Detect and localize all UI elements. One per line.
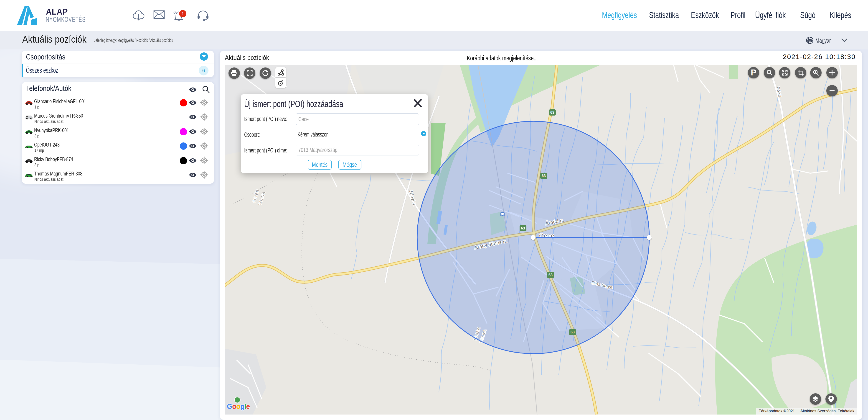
svg-text:Cece: Cece bbox=[539, 232, 555, 239]
svg-text:63: 63 bbox=[549, 273, 553, 277]
svg-text:1: 1 bbox=[182, 11, 184, 16]
svg-text:63: 63 bbox=[570, 330, 575, 334]
svg-text:63: 63 bbox=[541, 174, 546, 178]
svg-text:63: 63 bbox=[521, 226, 525, 230]
svg-text:63: 63 bbox=[550, 111, 554, 114]
